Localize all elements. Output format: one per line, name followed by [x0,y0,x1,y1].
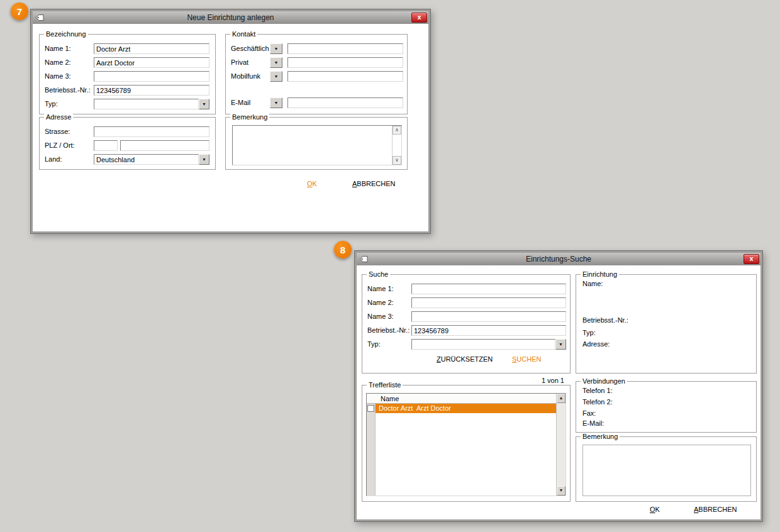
einrichtung-typ-label: Typ: [582,329,596,337]
group-bezeichnung: Bezeichnung Name 1: Name 2: Name 3: Betr… [39,34,216,114]
einrichtung-adresse-label: Adresse: [582,340,610,348]
typ-dropdown-button[interactable]: ▼ [199,99,209,109]
betriebsst-input[interactable] [411,325,566,336]
tag-icon [359,255,368,265]
ok-button[interactable]: OK [307,180,317,187]
scroll-up-button[interactable]: ∧ [393,126,401,135]
close-button[interactable]: x [411,13,427,23]
privat-label: Privat [231,58,248,67]
dialog-body: Bezeichnung Name 1: Name 2: Name 3: Betr… [33,24,428,231]
chevron-down-icon: ▼ [202,157,206,162]
name1-label: Name 1: [367,285,394,293]
typ-dropdown-button[interactable]: ▼ [555,339,566,350]
privat-input[interactable] [287,57,403,68]
privat-type-dropdown[interactable]: ▼ [270,57,282,68]
bemerkung-box [582,445,751,496]
group-legend: Bemerkung [230,113,269,121]
desktop-background: Neue Einrichtung anlegen x Bezeichnung N… [0,0,780,532]
tag-icon [35,14,44,24]
telefon2-label: Telefon 2: [582,398,613,406]
zuruecksetzen-button[interactable]: ZURÜCKSETZEN [437,355,493,363]
geschaeftlich-label: Geschäftlich [231,45,269,53]
chevron-up-icon: ∧ [395,127,399,133]
dialog-einrichtungs-suche: Einrichtungs-Suche x Suche Name 1: Name … [354,250,763,522]
abbrechen-button[interactable]: ABBRECHEN [352,180,395,187]
scroll-down-button[interactable]: ▼ [557,486,566,496]
geschaeftlich-type-dropdown[interactable]: ▼ [270,43,282,54]
group-trefferliste: Trefferliste Name Doctor Arzt Arzt Docto… [362,385,571,502]
typ-select-value[interactable] [94,99,199,109]
group-legend: Bezeichnung [44,30,88,38]
land-select[interactable]: ▼ [94,154,209,165]
arrow-up-icon: ▲ [559,396,564,400]
list-scrollbar[interactable]: ▲ ▼ [556,394,566,496]
close-icon: x [749,255,753,262]
chevron-down-icon: ▼ [274,60,279,65]
name2-input[interactable] [411,297,566,308]
close-icon: x [417,13,421,21]
strasse-input[interactable] [94,126,209,137]
betriebsst-input[interactable] [94,85,209,96]
group-legend: Verbindungen [581,377,627,385]
email-label: E-Mail [231,99,250,107]
group-bemerkung: Bemerkung [576,436,757,502]
name1-input[interactable] [411,284,566,294]
plz-input[interactable] [94,140,118,151]
group-legend: Adresse [44,113,73,121]
dialog-title: Neue Einrichtung anlegen [187,13,274,22]
scroll-down-button[interactable]: ∨ [393,156,401,165]
geschaeftlich-input[interactable] [287,43,403,54]
land-label: Land: [45,155,62,163]
bemerkung-textarea[interactable] [233,126,391,165]
list-item-selected[interactable]: Doctor Arzt Arzt Doctor [376,404,556,413]
titlebar[interactable]: Neue Einrichtung anlegen x [33,11,428,24]
email-type-dropdown[interactable]: ▼ [270,97,282,108]
titlebar[interactable]: Einrichtungs-Suche x [357,253,760,265]
chevron-down-icon: ▼ [274,74,279,79]
name2-input[interactable] [94,57,209,68]
bemerkung-scrollbar[interactable]: ∧ ∨ [392,126,401,165]
group-legend: Suche [367,270,390,278]
list-column-header[interactable]: Name [367,394,556,404]
name3-label: Name 3: [45,72,71,80]
close-button[interactable]: x [744,254,759,264]
typ-label: Typ: [367,340,381,348]
step-badge-8: 8 [334,241,352,258]
betriebsst-label: Betriebst.-Nr.: [367,326,410,335]
mobilfunk-input[interactable] [287,71,403,82]
chevron-down-icon: ▼ [202,102,206,106]
suchen-button[interactable]: SUCHEN [512,355,541,363]
typ-select[interactable]: ▼ [411,339,566,350]
group-legend: Bemerkung [581,433,620,440]
result-list[interactable]: Name Doctor Arzt Arzt Doctor ▲ ▼ [366,393,566,496]
name1-input[interactable] [94,43,209,54]
group-adresse: Adresse Strasse: PLZ / Ort: Land: ▼ [39,117,216,170]
chevron-down-icon: ▼ [559,342,563,346]
typ-select[interactable]: ▼ [94,99,209,109]
group-legend: Einrichtung [581,270,619,278]
ok-button[interactable]: OK [650,506,660,513]
bemerkung-field: ∧ ∨ [232,125,402,165]
scroll-up-button[interactable]: ▲ [557,394,566,403]
name3-input[interactable] [94,71,209,82]
row-checkbox[interactable] [367,405,374,412]
ort-input[interactable] [120,140,209,151]
email-input[interactable] [287,97,403,108]
group-kontakt: Kontakt Geschäftlich ▼ Privat ▼ Mobilfun… [225,34,408,114]
land-dropdown-button[interactable]: ▼ [199,154,209,165]
mobilfunk-type-dropdown[interactable]: ▼ [270,71,282,82]
abbrechen-button[interactable]: ABBRECHEN [694,506,737,513]
typ-select-value[interactable] [411,339,555,350]
land-select-value[interactable] [94,154,199,165]
typ-label: Typ: [45,100,58,108]
result-count: 1 von 1 [514,377,564,384]
plz-ort-label: PLZ / Ort: [45,141,75,150]
group-suche: Suche Name 1: Name 2: Name 3: Betriebst.… [362,274,571,374]
email-label: E-Mail: [582,419,604,428]
name2-label: Name 2: [45,58,71,67]
name3-input[interactable] [411,311,566,322]
chevron-down-icon: ▼ [274,101,279,105]
einrichtung-name-label: Name: [582,280,603,288]
name3-label: Name 3: [367,313,394,321]
group-legend: Kontakt [230,30,257,38]
